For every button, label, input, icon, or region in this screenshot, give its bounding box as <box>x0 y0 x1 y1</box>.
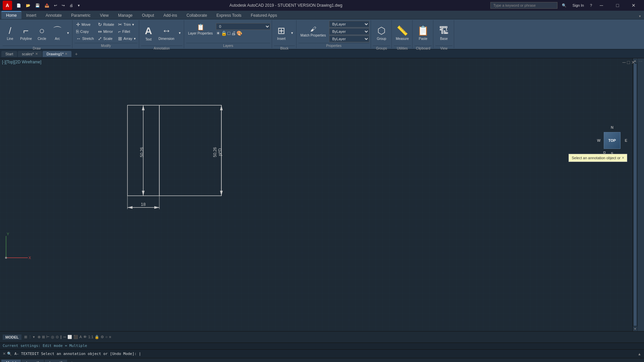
vp-maximize[interactable]: □ <box>627 60 630 65</box>
tab-addins[interactable]: Add-ins <box>159 12 182 19</box>
line-button[interactable]: / Line <box>3 21 17 45</box>
isolate-icon[interactable]: ○ <box>105 335 108 339</box>
maximize-button[interactable]: □ <box>610 0 625 11</box>
scroll-thumb[interactable] <box>634 64 637 326</box>
cmd-close-btn[interactable]: ✕ <box>3 352 6 356</box>
vp-minimize[interactable]: ─ <box>623 60 626 65</box>
lineweight-select[interactable]: ByLayer <box>329 36 369 42</box>
right-panel-btn1[interactable]: ⋮ <box>639 60 643 63</box>
doc-tab-add[interactable]: + <box>72 50 80 58</box>
quick-saveas[interactable]: 📥 <box>43 3 51 8</box>
paste-button[interactable]: 📋 Paste <box>415 21 431 45</box>
osnap-icon[interactable]: ⊙ <box>56 335 59 339</box>
doc-tab-scales-close[interactable]: ✕ <box>35 52 38 56</box>
rotate-button[interactable]: ↻ Rotate <box>96 21 116 28</box>
layer-icon1[interactable]: ☀ <box>216 31 220 36</box>
search-input[interactable] <box>490 2 557 9</box>
app-icon[interactable]: A <box>3 1 12 10</box>
units-icon[interactable]: 1:1 <box>88 335 93 339</box>
array-button[interactable]: ⊞ Array ▾ <box>116 35 137 42</box>
snap-icon[interactable]: ⊕ <box>38 335 41 339</box>
fillet-button[interactable]: ⌐ Fillet <box>116 28 137 35</box>
stretch-button[interactable]: ↔ Stretch <box>74 35 96 42</box>
tab-home[interactable]: Home <box>1 11 21 19</box>
scale-button[interactable]: ⤢ Scale <box>96 35 116 42</box>
quick-open[interactable]: 📂 <box>24 3 32 8</box>
copy-button[interactable]: ⎘ Copy <box>74 28 96 35</box>
drawing-canvas[interactable]: 50,26 pi*D 50,26 18 Y <box>0 58 637 331</box>
annotmon-icon[interactable]: 👁 <box>83 335 87 339</box>
layout-tab-model[interactable]: Model <box>1 360 21 362</box>
settings-icon[interactable]: ≡ <box>109 335 111 339</box>
layer-icon4[interactable]: 🖨 <box>231 31 236 36</box>
minimize-button[interactable]: ─ <box>594 0 609 11</box>
layer-icon3[interactable]: □ <box>227 31 230 36</box>
layer-icon5[interactable]: 🎨 <box>236 31 242 36</box>
close-button[interactable]: ✕ <box>626 0 641 11</box>
linetype-select[interactable]: ByLayer <box>329 28 369 35</box>
circle-button[interactable]: ○ Circle <box>35 21 49 45</box>
signin-btn[interactable]: Sign In <box>571 3 586 8</box>
tab-output[interactable]: Output <box>137 12 159 19</box>
polar-icon[interactable]: ◎ <box>51 335 54 339</box>
layout-tab-layout1[interactable]: Layout1 <box>21 360 44 362</box>
measure-button[interactable]: 📏 Measure <box>394 21 411 45</box>
match-properties-button[interactable]: 🖌 Match Properties <box>299 23 328 40</box>
dimension-button[interactable]: ↔ Dimension <box>157 21 176 45</box>
quick-save[interactable]: 💾 <box>34 3 42 8</box>
block-expand[interactable]: ▾ <box>289 30 295 36</box>
command-input[interactable] <box>14 352 638 356</box>
doc-tab-drawing1-close[interactable]: ✕ <box>65 52 67 56</box>
quick-extra[interactable]: ▾ <box>76 3 82 8</box>
color-select[interactable]: ByLayer <box>329 21 369 27</box>
layer-select[interactable]: 0 <box>216 23 270 30</box>
layout-tab-add[interactable]: + <box>68 359 76 362</box>
layer-icon2[interactable]: 🔒 <box>221 31 227 36</box>
tab-insert[interactable]: Insert <box>21 12 41 19</box>
ortho-icon[interactable]: ⊢ <box>46 335 50 339</box>
trim-button[interactable]: ✂ Trim ▾ <box>116 21 137 28</box>
quick-plot[interactable]: 🖨 <box>68 3 75 8</box>
cmd-expand-btn[interactable]: ▲ <box>638 352 641 356</box>
arc-button[interactable]: ⌒ Arc <box>50 21 65 45</box>
doc-tab-scales[interactable]: scales* ✕ <box>18 51 42 57</box>
layout-tab-layout2[interactable]: Layout2 <box>45 360 67 362</box>
lock-icon[interactable]: 🔒 <box>95 335 99 339</box>
scrollbar-vertical[interactable]: ▲ ▼ <box>633 58 637 331</box>
annotscale-icon[interactable]: A <box>79 335 82 339</box>
base-button[interactable]: 🏗 Base <box>436 21 451 45</box>
otrack-icon[interactable]: ∥ <box>60 335 62 339</box>
vp-close[interactable]: ✕ <box>631 60 635 65</box>
cmd-search-btn[interactable]: 🔍 <box>7 352 12 356</box>
layer-properties-button[interactable]: 📋 Layer Properties <box>186 21 215 38</box>
grid-icon[interactable]: ⊞ <box>42 335 45 339</box>
doc-tab-drawing1[interactable]: Drawing1* ✕ <box>43 51 72 57</box>
model-view-btns[interactable]: ⊞ ⋮ ▾ <box>24 335 35 339</box>
tab-annotate[interactable]: Annotate <box>41 12 66 19</box>
tab-manage[interactable]: Manage <box>113 12 137 19</box>
tab-parametric[interactable]: Parametric <box>66 12 95 19</box>
insert-button[interactable]: ⊞ Insert <box>274 21 289 45</box>
tab-featured[interactable]: Featured Apps <box>246 12 282 19</box>
tab-express[interactable]: Express Tools <box>212 12 246 19</box>
help-btn[interactable]: ? <box>588 3 594 8</box>
mirror-button[interactable]: ⇔ Mirror <box>96 28 116 35</box>
polyline-button[interactable]: ⌐ Polyline <box>18 21 34 45</box>
move-button[interactable]: ✛ Move <box>74 21 96 28</box>
scroll-down-button[interactable]: ▼ <box>633 326 637 331</box>
ribbon-toggle[interactable]: ▾ <box>637 13 643 19</box>
search-btn[interactable]: 🔍 <box>560 3 568 8</box>
annotation-expand[interactable]: ▾ <box>177 30 182 36</box>
group-button[interactable]: ⬡ Group <box>374 21 389 45</box>
draw-expand[interactable]: ▾ <box>65 30 71 36</box>
tab-collaborate[interactable]: Collaborate <box>182 12 212 19</box>
quick-redo[interactable]: ↪ <box>60 3 66 8</box>
lineweight-icon[interactable]: ═ <box>63 335 66 339</box>
hardware-icon[interactable]: ⚙ <box>101 335 104 339</box>
transparency-icon[interactable]: ⬜ <box>67 335 72 339</box>
selection-icon[interactable]: ⬛ <box>73 335 78 339</box>
text-button[interactable]: A Text <box>141 21 156 45</box>
quick-new[interactable]: 📄 <box>15 3 23 8</box>
tab-view[interactable]: View <box>95 12 113 19</box>
nav-cube-top-button[interactable]: TOP <box>604 132 621 149</box>
